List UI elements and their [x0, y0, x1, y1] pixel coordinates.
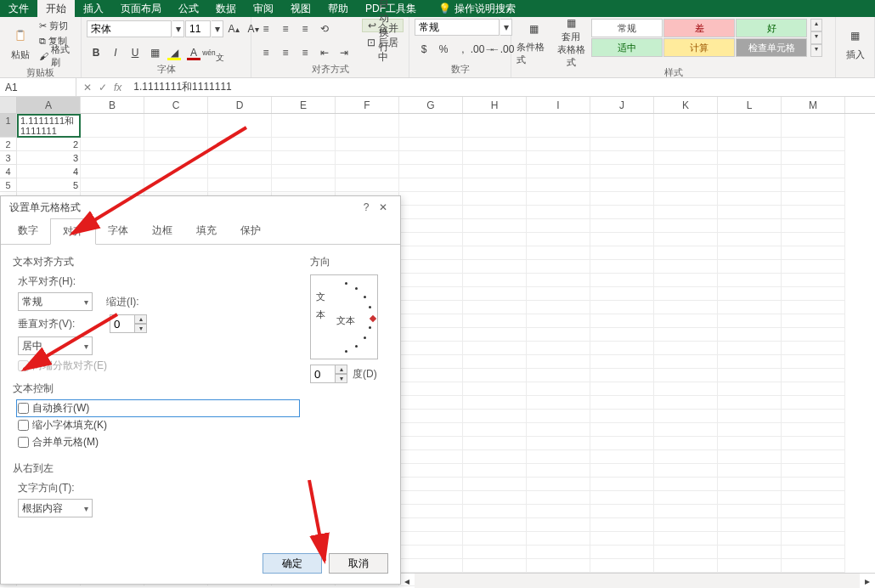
cell[interactable]: [782, 423, 845, 437]
align-top-button[interactable]: ≡: [257, 20, 275, 38]
v-align-select[interactable]: 居中▾: [18, 336, 93, 355]
cell[interactable]: [527, 396, 590, 410]
cell[interactable]: [654, 396, 718, 410]
font-name-combo[interactable]: ▾: [87, 20, 184, 37]
cell[interactable]: [718, 219, 782, 233]
cell[interactable]: [399, 491, 463, 505]
cell[interactable]: [782, 260, 845, 274]
cell[interactable]: [527, 206, 590, 219]
cell[interactable]: [144, 178, 208, 192]
cell[interactable]: [654, 546, 718, 559]
align-left-button[interactable]: ≡: [257, 43, 275, 62]
cell[interactable]: [463, 151, 527, 165]
cell[interactable]: [654, 464, 718, 478]
cell[interactable]: [527, 355, 590, 369]
cell[interactable]: [336, 178, 399, 192]
cell[interactable]: [654, 274, 718, 287]
cell[interactable]: [527, 287, 590, 301]
cell[interactable]: 2: [17, 138, 81, 151]
cell[interactable]: [654, 192, 718, 206]
cell[interactable]: [590, 260, 654, 274]
tab-alignment[interactable]: 对齐: [50, 218, 96, 245]
cell[interactable]: [399, 165, 463, 178]
cell[interactable]: [527, 192, 590, 206]
horizontal-scrollbar[interactable]: ◂ ▸: [399, 573, 875, 588]
font-size-combo[interactable]: ▾: [185, 20, 223, 37]
cell[interactable]: [782, 369, 845, 382]
cell[interactable]: [399, 274, 463, 287]
menu-file[interactable]: 文件: [0, 0, 37, 18]
cell[interactable]: [399, 478, 463, 491]
cell[interactable]: [782, 382, 845, 396]
cell[interactable]: [782, 464, 845, 478]
cell[interactable]: [336, 151, 399, 165]
cell[interactable]: [654, 518, 718, 532]
cell[interactable]: [208, 178, 272, 192]
cell[interactable]: [782, 559, 845, 573]
cell[interactable]: [399, 464, 463, 478]
cell[interactable]: [527, 410, 590, 423]
cell[interactable]: [782, 532, 845, 546]
styles-expand[interactable]: ▾: [810, 44, 822, 57]
cell[interactable]: [782, 274, 845, 287]
cell[interactable]: [463, 219, 527, 233]
cell[interactable]: [463, 165, 527, 178]
menu-home[interactable]: 开始: [37, 0, 75, 18]
cell[interactable]: [782, 355, 845, 369]
cell[interactable]: [782, 437, 845, 450]
cell[interactable]: [144, 114, 208, 138]
cell[interactable]: [718, 260, 782, 274]
cell[interactable]: [463, 192, 527, 206]
cell[interactable]: [527, 246, 590, 260]
cell[interactable]: [590, 369, 654, 382]
column-header-C[interactable]: C: [144, 97, 208, 113]
cut-button[interactable]: ✂剪切: [39, 19, 76, 32]
cell[interactable]: [590, 314, 654, 328]
cell[interactable]: [463, 274, 527, 287]
row-header-5[interactable]: 5: [0, 178, 17, 192]
cell[interactable]: [463, 437, 527, 450]
cell[interactable]: [590, 219, 654, 233]
cell[interactable]: [782, 192, 845, 206]
underline-button[interactable]: U: [126, 43, 144, 62]
cell[interactable]: [399, 396, 463, 410]
cell[interactable]: [527, 369, 590, 382]
fill-color-button[interactable]: ◢: [165, 43, 183, 62]
cell[interactable]: [782, 328, 845, 342]
cell[interactable]: [527, 114, 590, 138]
cell[interactable]: [527, 328, 590, 342]
align-right-button[interactable]: ≡: [296, 43, 314, 62]
select-all-box[interactable]: [0, 97, 17, 113]
cell[interactable]: [81, 165, 144, 178]
cell[interactable]: [336, 114, 399, 138]
cell[interactable]: [463, 546, 527, 559]
cell[interactable]: [654, 165, 718, 178]
cell[interactable]: [718, 355, 782, 369]
cell[interactable]: [782, 206, 845, 219]
justify-distributed-checkbox[interactable]: 两端分散对齐(E): [18, 359, 298, 373]
cell[interactable]: [718, 382, 782, 396]
cell[interactable]: [782, 410, 845, 423]
cell[interactable]: [399, 233, 463, 246]
cell[interactable]: [590, 546, 654, 559]
cell[interactable]: [590, 355, 654, 369]
cell[interactable]: [208, 114, 272, 138]
cell[interactable]: [654, 233, 718, 246]
wrap-text-checkbox[interactable]: 自动换行(W): [18, 401, 298, 416]
cell[interactable]: [590, 246, 654, 260]
cell[interactable]: [399, 410, 463, 423]
number-format-input[interactable]: [415, 19, 500, 36]
cell[interactable]: [81, 138, 144, 151]
format-as-table-button[interactable]: ▦ 套用 表格格式: [554, 19, 588, 66]
cancel-button[interactable]: 取消: [329, 553, 388, 574]
cell[interactable]: [654, 450, 718, 464]
cell[interactable]: [718, 518, 782, 532]
cell[interactable]: [272, 138, 336, 151]
tab-fill[interactable]: 填充: [184, 218, 229, 244]
cell[interactable]: [208, 138, 272, 151]
column-header-F[interactable]: F: [336, 97, 399, 113]
font-size-dropdown[interactable]: ▾: [212, 20, 223, 37]
degrees-up[interactable]: ▴: [336, 365, 347, 374]
cell[interactable]: [463, 355, 527, 369]
cell[interactable]: [527, 491, 590, 505]
